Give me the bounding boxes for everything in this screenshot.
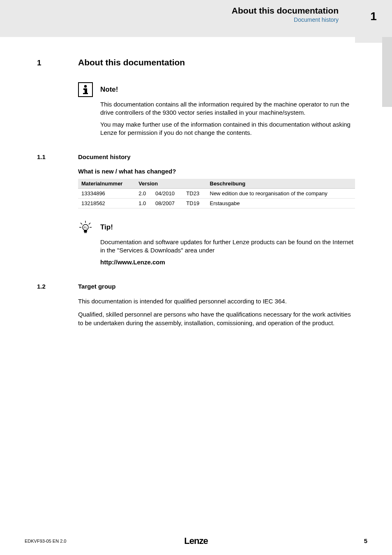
- svg-rect-2: [85, 88, 87, 93]
- table-cell: 13334896: [78, 189, 135, 199]
- svg-text:FL: FL: [84, 226, 87, 229]
- table-cell: TD23: [183, 189, 206, 199]
- svg-line-5: [81, 223, 82, 224]
- info-icon: [78, 82, 93, 97]
- table-cell: New edition due to reorganisation of the…: [207, 189, 355, 199]
- page-number: 5: [364, 537, 367, 544]
- header-subtitle: Document history: [232, 16, 339, 23]
- tip-label: Tip!: [100, 223, 113, 231]
- note-paragraph: This documentation contains all the info…: [100, 100, 355, 117]
- section-number: 1: [37, 58, 78, 67]
- table-cell: 08/2007: [152, 199, 183, 208]
- footer-doc-id: EDKVF93-05 EN 2.0: [25, 539, 67, 543]
- note-label: Note!: [100, 86, 118, 94]
- history-table: Materialnummer Version Beschreibung 1333…: [78, 179, 355, 208]
- section-heading-row: 1 About this documentation: [37, 58, 355, 67]
- page-footer: EDKVF93-05 EN 2.0 Lenze 5: [0, 537, 392, 544]
- table-cell: 1.0: [135, 199, 152, 208]
- table-header: Materialnummer: [78, 179, 135, 189]
- change-question: What is new / what has changed?: [78, 168, 355, 175]
- subsection-title: Target group: [78, 283, 115, 290]
- subsection-number: 1.2: [37, 283, 78, 290]
- header-title: About this documentation: [232, 6, 339, 16]
- subsection-number: 1.1: [37, 153, 78, 160]
- subsection-title: Document history: [78, 153, 131, 160]
- table-row: 13218562 1.0 08/2007 TD19 Erstausgabe: [78, 199, 355, 208]
- section-title: About this documentation: [78, 58, 185, 67]
- note-paragraph: You may make further use of the informat…: [100, 120, 355, 137]
- table-header: Version: [135, 179, 206, 189]
- table-cell: 13218562: [78, 199, 135, 208]
- svg-line-6: [89, 223, 90, 224]
- page-header: About this documentation Document histor…: [0, 0, 392, 37]
- note-block: Note! This documentation contains all th…: [78, 82, 355, 137]
- subsection-heading-row: 1.1 Document history: [37, 153, 355, 160]
- table-header: Beschreibung: [207, 179, 355, 189]
- table-row: 13334896 2.0 04/2010 TD23 New edition du…: [78, 189, 355, 199]
- table-cell: 04/2010: [152, 189, 183, 199]
- table-cell: 2.0: [135, 189, 152, 199]
- table-cell: TD19: [183, 199, 206, 208]
- tip-link-text: http://www.Lenze.com: [100, 258, 355, 266]
- table-cell: Erstausgabe: [207, 199, 355, 208]
- svg-rect-3: [83, 93, 88, 94]
- tip-block: FL Tip! Documentation and software updat…: [78, 220, 355, 266]
- side-tab-marker: [382, 37, 392, 107]
- body-paragraph: Qualified, skilled personnel are persons…: [78, 310, 355, 327]
- svg-point-0: [84, 85, 87, 88]
- subsection-heading-row: 1.2 Target group: [37, 283, 355, 290]
- brand-logo: Lenze: [184, 536, 208, 546]
- body-paragraph: This documentation is intended for quali…: [78, 297, 355, 306]
- tip-paragraph: Documentation and software updates for f…: [100, 238, 355, 255]
- lightbulb-icon: FL: [78, 220, 93, 235]
